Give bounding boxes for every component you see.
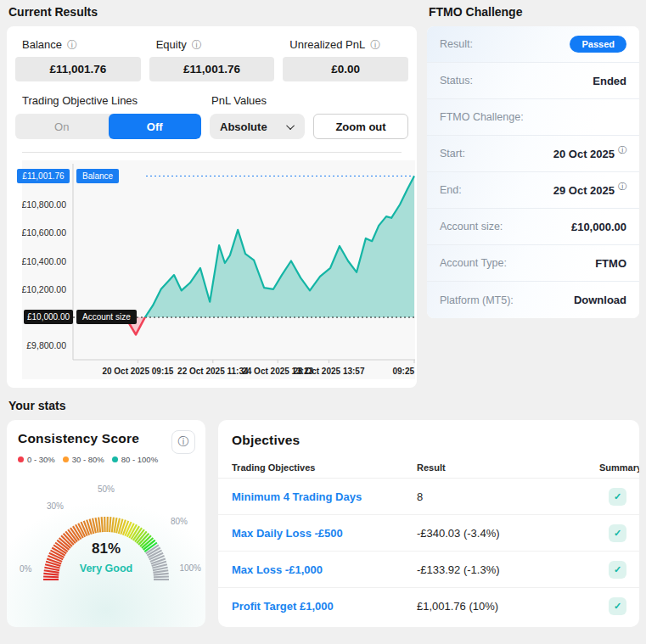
row-value: 20 Oct 2025 bbox=[553, 148, 615, 160]
your-stats-title: Your stats bbox=[8, 399, 639, 412]
objective-result: £1,001.76 (10%) bbox=[417, 600, 599, 613]
balance-area bbox=[126, 176, 414, 335]
row-value: 29 Oct 2025 bbox=[553, 184, 615, 197]
row-value: FTMO bbox=[595, 257, 626, 270]
pnl-values-selected: Absolute bbox=[220, 120, 267, 133]
gauge-legend: 0 - 30% 30 - 80% 80 - 100% bbox=[18, 455, 194, 464]
row-label: Status: bbox=[440, 75, 473, 87]
y-axis-label: £10,600.00 bbox=[22, 227, 66, 238]
top-section: Current Results Balanceⓘ £11,001.76 Equi… bbox=[0, 0, 646, 388]
current-results-panel: Balanceⓘ £11,001.76 Equityⓘ £11,001.76 U… bbox=[7, 26, 417, 388]
row-value: Ended bbox=[593, 75, 626, 87]
x-axis-label: 20 Oct 2025 09:15 bbox=[102, 367, 173, 376]
unrealized-pnl-field: Unrealized PnLⓘ £0.00 bbox=[283, 38, 408, 81]
objectives-panel: Objectives Trading Objectives Result Sum… bbox=[218, 420, 639, 627]
objective-link[interactable]: Profit Target £1,000 bbox=[232, 600, 417, 613]
y-axis-label: £9,800.00 bbox=[26, 340, 66, 350]
trading-objective-lines-label: Trading Objective Lines bbox=[15, 94, 210, 107]
legend-dot-red bbox=[18, 456, 24, 462]
ftmo-challenge-title: FTMO Challenge bbox=[429, 5, 639, 19]
challenge-row-platform: Platform (MT5): Download bbox=[427, 282, 639, 318]
unrealized-pnl-label: Unrealized PnL bbox=[289, 38, 365, 51]
y-axis-label: £10,200.00 bbox=[22, 284, 66, 294]
zoom-out-button[interactable]: Zoom out bbox=[313, 114, 408, 139]
balance-line-label-chip: Balance bbox=[76, 169, 119, 183]
account-size-axis-value-chip: £10,000.00 bbox=[24, 310, 73, 324]
y-axis-label: £10,400.00 bbox=[22, 256, 66, 266]
pnl-values-dropdown[interactable]: Absolute bbox=[210, 114, 305, 139]
legend-label: 0 - 30% bbox=[27, 455, 55, 464]
info-icon[interactable]: ⓘ bbox=[618, 144, 626, 156]
chart-svg: £10,800.00£10,600.00£10,400.00£10,200.00… bbox=[22, 160, 415, 379]
info-icon[interactable]: ⓘ bbox=[370, 40, 380, 50]
equity-field: Equityⓘ £11,001.76 bbox=[149, 38, 275, 81]
objective-row-profit-target: Profit Target £1,000 £1,001.76 (10%) ✓ bbox=[218, 588, 639, 624]
info-icon[interactable]: ⓘ bbox=[618, 181, 626, 193]
col-result: Result bbox=[417, 462, 599, 473]
check-icon: ✓ bbox=[609, 524, 626, 542]
objective-link[interactable]: Max Loss -£1,000 bbox=[232, 563, 417, 576]
legend-dot-orange bbox=[63, 456, 69, 462]
objective-result: 8 bbox=[417, 490, 599, 503]
challenge-row-account-type: Account Type: FTMO bbox=[427, 245, 639, 282]
check-icon: ✓ bbox=[609, 561, 626, 579]
row-label: FTMO Challenge: bbox=[440, 111, 524, 123]
row-label: Start: bbox=[440, 148, 465, 160]
objective-link[interactable]: Max Daily Loss -£500 bbox=[232, 527, 417, 540]
your-stats-section: Your stats Consistency Score ⓘ 0 - 30% 3… bbox=[0, 399, 646, 627]
y-axis-label: £10,800.00 bbox=[22, 199, 66, 210]
legend-label: 30 - 80% bbox=[72, 455, 104, 464]
chevron-down-icon bbox=[286, 121, 295, 130]
info-button[interactable]: ⓘ bbox=[171, 430, 195, 454]
objective-result: -£340.03 (-3.4%) bbox=[417, 527, 599, 540]
col-summary: Summary bbox=[599, 462, 639, 473]
balance-chart[interactable]: £11,001.76 Balance £10,000.00 Account si… bbox=[22, 160, 415, 379]
divider bbox=[22, 152, 402, 153]
balance-axis-value-chip: £11,001.76 bbox=[17, 169, 70, 183]
x-axis-label: 09:25 bbox=[392, 367, 414, 376]
gauge-svg bbox=[20, 479, 193, 586]
check-icon: ✓ bbox=[609, 597, 626, 615]
info-icon[interactable]: ⓘ bbox=[192, 40, 202, 50]
equity-label: Equity bbox=[156, 38, 187, 51]
info-icon[interactable]: ⓘ bbox=[67, 40, 77, 50]
x-axis-label: 28 Oct 2025 13:57 bbox=[294, 367, 365, 376]
balance-value: £11,001.76 bbox=[15, 57, 141, 81]
toggle-off-option[interactable]: Off bbox=[109, 114, 202, 139]
legend-label: 80 - 100% bbox=[121, 455, 158, 464]
challenge-row-end: End: 29 Oct 2025ⓘ bbox=[427, 172, 639, 209]
challenge-row-status: Status: Ended bbox=[427, 63, 639, 99]
account-size-line-label-chip: Account size bbox=[76, 310, 137, 324]
download-link[interactable]: Download bbox=[574, 294, 626, 306]
objectives-title: Objectives bbox=[218, 420, 639, 457]
challenge-row-account-size: Account size: £10,000.00 bbox=[427, 209, 639, 245]
balance-label: Balance bbox=[22, 38, 62, 51]
consistency-score-panel: Consistency Score ⓘ 0 - 30% 30 - 80% 80 … bbox=[7, 420, 205, 627]
col-trading-objectives: Trading Objectives bbox=[232, 462, 417, 473]
consistency-gauge: 50% 30% 80% 0% 100% 81% Very Good bbox=[18, 468, 194, 596]
row-label: End: bbox=[440, 184, 462, 196]
toggle-on-option[interactable]: On bbox=[15, 114, 109, 139]
row-label: Platform (MT5): bbox=[440, 294, 514, 306]
challenge-row-result: Result: Passed bbox=[427, 26, 639, 63]
objectives-header: Trading Objectives Result Summary bbox=[218, 457, 639, 479]
objective-lines-toggle: On Off bbox=[15, 114, 201, 139]
row-label: Result: bbox=[440, 38, 473, 50]
equity-value: £11,001.76 bbox=[149, 57, 275, 81]
x-axis-label: 22 Oct 2025 11:34 bbox=[177, 367, 249, 376]
check-icon: ✓ bbox=[609, 488, 626, 506]
objective-link[interactable]: Minimum 4 Trading Days bbox=[232, 490, 417, 503]
status-badge: Passed bbox=[570, 36, 626, 53]
objective-row-max-daily-loss: Max Daily Loss -£500 -£340.03 (-3.4%) ✓ bbox=[218, 515, 639, 552]
current-results-title: Current Results bbox=[8, 5, 417, 19]
objective-result: -£133.92 (-1.3%) bbox=[417, 563, 599, 576]
row-label: Account size: bbox=[440, 221, 503, 232]
challenge-row-start: Start: 20 Oct 2025ⓘ bbox=[427, 136, 639, 172]
row-label: Account Type: bbox=[440, 257, 507, 269]
ftmo-challenge-panel: Result: Passed Status: Ended FTMO Challe… bbox=[427, 26, 639, 318]
objective-row-max-loss: Max Loss -£1,000 -£133.92 (-1.3%) ✓ bbox=[218, 552, 639, 588]
consistency-score-title: Consistency Score bbox=[18, 431, 194, 446]
legend-dot-teal bbox=[112, 456, 118, 462]
balance-field: Balanceⓘ £11,001.76 bbox=[15, 38, 141, 81]
objective-row-min-trading-days: Minimum 4 Trading Days 8 ✓ bbox=[218, 479, 639, 515]
